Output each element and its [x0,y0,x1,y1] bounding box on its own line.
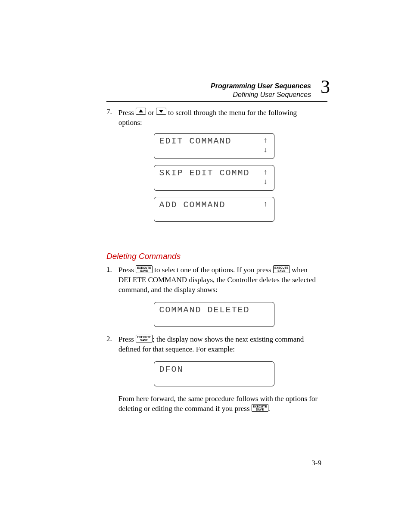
execute-save-key: EXECUTESAVE [136,335,153,342]
closing-paragraph: From here forward, the same procedure fo… [106,394,321,414]
step-number: 7. [106,108,118,116]
deleting-commands-section: Deleting Commands 1. Press EXECUTESAVE t… [106,244,321,417]
step-text: Press EXECUTESAVE; the display now shows… [118,335,321,355]
execute-save-key: EXECUTESAVE [273,265,290,273]
page-header: 3 Programming User Sequences Defining Us… [106,82,327,102]
text-or: or [146,109,156,117]
step-2: 2. Press EXECUTESAVE; the display now sh… [106,335,321,355]
step-text: From here forward, the same procedure fo… [118,394,321,414]
step-text: Press EXECUTESAVE to select one of the o… [118,265,321,295]
text-mid: to select one of the options. If you pre… [153,266,273,274]
closing-a: From here forward, the same procedure fo… [118,395,318,413]
step-7: 7. Press or to scroll through the menu f… [106,108,321,228]
arrow-down-icon: ↓ [263,146,268,154]
lcd-dfon: DFON [154,361,274,386]
lcd-text: COMMAND DELETED [159,305,269,315]
text-press: Press [118,266,136,274]
step-number: 2. [106,335,118,343]
lcd-text: EDIT COMMAND [159,136,269,146]
step-1: 1. Press EXECUTESAVE to select one of th… [106,265,321,295]
lcd-skip-edit: SKIP EDIT COMMD ↑ ↓ [154,165,274,191]
text-press: Press [118,109,136,117]
arrow-up-icon: ↑ [263,200,268,208]
subheading-deleting: Deleting Commands [106,252,321,261]
header-rule [106,101,327,102]
closing-b: . [268,404,270,413]
lcd-text: ADD COMMAND [159,200,269,210]
lcd-command-deleted: COMMAND DELETED [154,302,274,327]
svg-marker-0 [139,109,143,112]
arrow-up-icon: ↑ [263,168,268,177]
lcd-text: DFON [159,364,269,374]
header-lines: 3 Programming User Sequences Defining Us… [106,82,327,99]
page: 3 Programming User Sequences Defining Us… [0,0,411,532]
arrow-up-icon: ↑ [263,136,268,145]
execute-save-key: EXECUTESAVE [136,265,153,273]
arrow-up-key [136,108,146,115]
lcd-add-command: ADD COMMAND ↑ [154,197,274,222]
lcd-edit-command: EDIT COMMAND ↑ ↓ [154,133,274,159]
lcd-text: SKIP EDIT COMMD [159,168,269,178]
header-title: Programming User Sequences [106,82,311,90]
header-subtitle: Defining User Sequences [106,90,311,99]
text-press: Press [118,335,136,343]
chapter-number: 3 [321,78,330,96]
step-text: Press or to scroll through the menu for … [118,108,321,128]
svg-marker-1 [159,110,163,113]
arrow-down-key [156,108,166,115]
arrow-down-icon: ↓ [263,177,268,186]
execute-save-key: EXECUTESAVE [252,404,268,412]
page-number: 3-9 [311,459,321,467]
step-number: 1. [106,265,118,274]
